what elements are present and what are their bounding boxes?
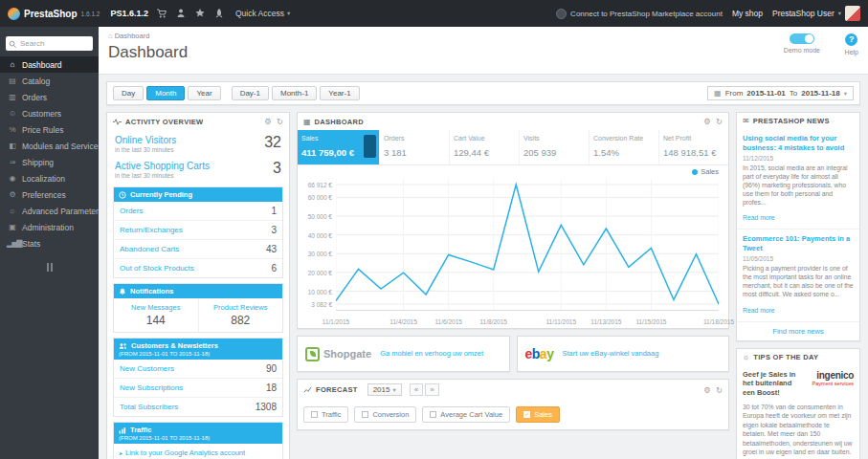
preferences-icon: ⚙ [7, 190, 17, 199]
sidebar-item-administration[interactable]: ▣Administration [0, 219, 99, 235]
refresh-icon[interactable]: ↻ [277, 117, 283, 126]
activity-row-label[interactable]: New Customers [120, 364, 174, 373]
metric-value: 3 [273, 160, 281, 177]
period-button-month[interactable]: Month [146, 86, 185, 100]
sidebar-item-customers[interactable]: ☺Customers [0, 105, 99, 121]
forecast-toggle-average-cart-value[interactable]: Average Cart Value [422, 406, 510, 423]
shopgate-module-card: Shopgate Ga mobiel en verhoog uw omzet [297, 336, 510, 372]
gear-icon[interactable]: ⚙ [703, 117, 711, 126]
read-more-link[interactable]: Read more [743, 307, 775, 314]
home-icon: ⌂ [108, 32, 113, 40]
x-axis-tick: 11/15/2015 [635, 318, 666, 325]
demo-mode-toggle[interactable]: Demo mode [784, 33, 820, 54]
sidebar-item-shipping[interactable]: ⇒Shipping [0, 154, 99, 170]
ebay-letter: e [525, 346, 532, 361]
forecast-toggle-sales[interactable]: Sales [516, 406, 560, 423]
rocket-icon[interactable] [212, 8, 225, 20]
online-visitors-metric[interactable]: Online Visitors in the last 30 minutes 3… [107, 130, 289, 156]
link-arrow-icon: ▸ [120, 449, 122, 456]
sidebar: ⌂Dashboard▤Catalog▥Orders☺Customers%Pric… [0, 27, 99, 459]
next-year-button[interactable]: » [425, 383, 438, 396]
search-input[interactable] [6, 36, 93, 51]
y-axis-tick: 50 000 € [300, 213, 332, 220]
cart-icon[interactable] [155, 8, 167, 20]
section-subtitle: (FROM 2015-11-01 TO 2015-11-18) [119, 435, 278, 441]
news-article-title[interactable]: Ecommerce 101: Payments in a Tweet [743, 234, 854, 253]
activity-row-label[interactable]: Out of Stock Products [120, 264, 194, 273]
sidebar-item-orders[interactable]: ▥Orders [0, 89, 99, 105]
read-more-link[interactable]: Read more [743, 214, 775, 221]
user-menu[interactable]: PrestaShop User ▾ [772, 6, 860, 21]
activity-row-label[interactable]: Abandoned Carts [120, 245, 179, 253]
prev-year-button[interactable]: « [410, 383, 423, 396]
collapse-sidebar-button[interactable] [0, 263, 99, 272]
tip-icon: ☼ [743, 353, 749, 361]
activity-row-label[interactable]: Total Subscribers [120, 403, 178, 411]
period-button-year[interactable]: Year [188, 86, 220, 100]
year-value: 2015 [373, 385, 390, 394]
x-axis-tick: 11/13/2015 [590, 318, 621, 325]
sidebar-item-price-rules[interactable]: %Price Rules [0, 121, 99, 138]
tip-body: 30 tot 70% van de consumenten in Europa … [743, 403, 854, 459]
activity-row-label[interactable]: Return/Exchanges [120, 226, 183, 234]
forecast-toggle-label: Traffic [322, 410, 341, 419]
forecast-toggle-conversion[interactable]: Conversion [354, 406, 416, 423]
chart-legend: Sales [692, 167, 719, 176]
forecast-toggle-traffic[interactable]: Traffic [303, 406, 348, 423]
shop-version-label: PS1.6.1.2 [110, 9, 148, 18]
google-analytics-link[interactable]: ▸ Link to your Google Analytics account [114, 444, 282, 459]
sidebar-item-localization[interactable]: ◉Localization [0, 170, 99, 186]
activity-row-label[interactable]: New Subscriptions [120, 383, 183, 392]
kpi-visits[interactable]: Visits205 939 [520, 130, 590, 164]
metric-label: Online Visitors [115, 135, 281, 145]
kpi-cart-value[interactable]: Cart Value129,44 € [450, 130, 520, 164]
section-subtitle: (FROM 2015-11-01 TO 2015-11-18) [119, 351, 278, 357]
modules-icon: ◧ [7, 142, 17, 150]
shopgate-link[interactable]: Ga mobiel en verhoog uw omzet [380, 349, 483, 359]
sidebar-item-preferences[interactable]: ⚙Preferences [0, 186, 99, 203]
date-range-picker[interactable]: ▦ From 2015-11-01 To 2015-11-18 ▾ [707, 86, 854, 100]
quick-access-menu[interactable]: Quick Access ▾ [235, 9, 290, 18]
find-more-news-link[interactable]: Find more news [737, 322, 859, 340]
period-button-month-1[interactable]: Month-1 [272, 86, 317, 100]
sidebar-item-label: Catalog [22, 76, 50, 86]
prestashop-logo[interactable]: PrestaShop 1.6.1.2 [8, 8, 100, 20]
period-button-year-1[interactable]: Year-1 [320, 86, 359, 100]
notification-col-new-messages[interactable]: New Messages144 [114, 298, 198, 332]
profile-icon[interactable] [174, 8, 187, 20]
year-select[interactable]: 2015 ▾ [367, 383, 402, 396]
kpi-label: Sales [301, 135, 363, 142]
news-article-title[interactable]: Using social media for your business: 4 … [743, 134, 854, 153]
star-icon[interactable] [193, 8, 206, 20]
kpi-label: Net Profit [663, 135, 724, 142]
period-button-day-1[interactable]: Day-1 [232, 86, 269, 100]
ebay-letter: y [546, 346, 553, 361]
kpi-sales[interactable]: Sales411 759,00 € [298, 130, 380, 164]
legend-dot-icon [692, 169, 698, 175]
gear-icon[interactable]: ⚙ [264, 117, 272, 126]
sidebar-item-modules-and-services[interactable]: ◧Modules and Services [0, 138, 99, 154]
refresh-icon[interactable]: ↻ [716, 385, 723, 395]
sidebar-item-catalog[interactable]: ▤Catalog [0, 73, 99, 89]
active-carts-metric[interactable]: Active Shopping Carts in the last 30 min… [107, 156, 289, 182]
refresh-icon[interactable]: ↻ [716, 117, 723, 126]
marketplace-account-link[interactable]: Connect to PrestaShop Marketplace accoun… [556, 9, 723, 19]
kpi-orders[interactable]: Orders3 181 [380, 130, 450, 164]
kpi-net-profit[interactable]: Net Profit148 918,51 € [659, 130, 728, 164]
kpi-conversion-rate[interactable]: Conversion Rate1.54% [590, 130, 659, 164]
my-shop-link[interactable]: My shop [732, 9, 763, 18]
notification-col-product-reviews[interactable]: Product Reviews882 [198, 298, 283, 332]
sidebar-item-stats[interactable]: ▂▅▇Stats [0, 235, 99, 251]
period-button-day[interactable]: Day [113, 86, 144, 100]
gear-icon[interactable]: ⚙ [703, 385, 711, 395]
ebay-link[interactable]: Start uw eBay-winkel vandaag [562, 349, 658, 359]
traffic-section: Traffic (FROM 2015-11-01 TO 2015-11-18) … [113, 422, 283, 459]
sidebar-item-advanced-parameters[interactable]: ☼Advanced Parameters [0, 203, 99, 219]
localization-icon: ◉ [7, 174, 17, 183]
toggle-on-icon[interactable] [790, 33, 814, 44]
sidebar-item-dashboard[interactable]: ⌂Dashboard [0, 56, 99, 73]
activity-row-label[interactable]: Orders [120, 207, 143, 215]
notification-value: 144 [116, 314, 196, 327]
panel-title: Forecast [316, 385, 358, 394]
help-button[interactable]: ? Help [845, 33, 858, 55]
